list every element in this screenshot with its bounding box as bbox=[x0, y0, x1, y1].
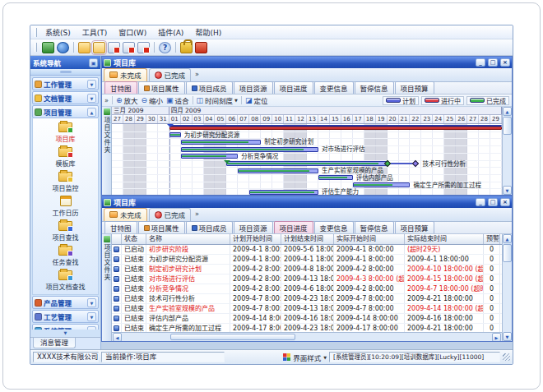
scroll-thumb[interactable] bbox=[503, 244, 512, 262]
column-header[interactable]: 计划开始时间 bbox=[230, 234, 281, 244]
sidebar-scroll-down-icon[interactable]: ▼ bbox=[30, 330, 100, 337]
help-icon[interactable] bbox=[159, 42, 171, 53]
chevron-up-icon[interactable]: ▲ bbox=[87, 108, 96, 117]
menu-item-2[interactable]: 工具(T) bbox=[77, 26, 114, 39]
tool-button[interactable]: ⊕放大 bbox=[116, 95, 138, 105]
tab[interactable]: 项目预算 bbox=[395, 81, 434, 94]
gantt-vscrollbar[interactable]: ▲ ▼ bbox=[502, 107, 512, 195]
scroll-up-icon[interactable]: ▲ bbox=[503, 234, 512, 243]
sidebar-options-icon[interactable]: ▣ bbox=[89, 58, 98, 67]
column-header[interactable]: 预警 bbox=[484, 234, 500, 244]
table-row[interactable]: 已结束生产实验室规模的产品2009-4-7 8:00:002009-4-13 1… bbox=[112, 304, 502, 314]
minimize-button[interactable]: _ bbox=[476, 58, 485, 67]
sidebar-section-4[interactable]: 产品管理▼ bbox=[32, 296, 99, 309]
chevron-down-icon[interactable]: ▼ bbox=[87, 94, 96, 103]
tool-button[interactable]: ◫时间刻度▼ bbox=[197, 95, 238, 105]
column-header[interactable]: 计划结束时间 bbox=[281, 234, 334, 244]
menu-grip[interactable] bbox=[35, 28, 37, 37]
sidebar-section-1[interactable]: 工作管理▼ bbox=[32, 77, 99, 90]
progress-titlebar[interactable]: 项目库 _ □ × bbox=[102, 196, 512, 208]
chevron-down-icon[interactable]: ▼ bbox=[87, 298, 96, 307]
task-bar[interactable] bbox=[353, 182, 411, 187]
gantt-side-tab[interactable]: 项目文件夹 bbox=[102, 107, 112, 195]
toolbar-grip[interactable] bbox=[35, 43, 37, 52]
tab[interactable]: 项目成员 bbox=[186, 221, 233, 233]
sidebar-section-5[interactable]: 工艺管理▼ bbox=[32, 310, 99, 323]
more-tools-icon[interactable]: » bbox=[104, 97, 109, 104]
task-bar[interactable] bbox=[238, 168, 318, 173]
column-header[interactable]: 实际开始时间 bbox=[334, 234, 405, 244]
table-row[interactable]: 已结束为初步研究分配资源2009-4-1 8:00:002009-4-1 18:… bbox=[112, 255, 502, 265]
tab[interactable]: 变更信息 bbox=[314, 221, 354, 233]
task-bar[interactable] bbox=[318, 175, 353, 180]
resize-grip[interactable] bbox=[503, 353, 510, 361]
column-header[interactable]: 名称 bbox=[146, 234, 230, 244]
tab[interactable]: 项目进度 bbox=[274, 221, 313, 233]
minimize-button[interactable]: _ bbox=[476, 198, 485, 206]
tab[interactable]: 项目成员 bbox=[186, 81, 233, 94]
folder-tab[interactable]: 已完成 bbox=[149, 68, 192, 81]
progress-side-tab[interactable]: 项目文件夹 bbox=[102, 234, 112, 341]
table-row[interactable]: 已结束对市场进行评估2009-4-2 8:00:002009-4-13 18:0… bbox=[112, 274, 502, 284]
menu-item-4[interactable]: 插件(A) bbox=[152, 26, 189, 39]
tab-message-management[interactable]: 消息管理 bbox=[33, 338, 76, 348]
sidebar-item[interactable]: 项目文档查找 bbox=[33, 268, 98, 293]
column-header[interactable]: 状态 bbox=[122, 234, 146, 244]
sidebar-item[interactable]: 项目库 bbox=[33, 120, 98, 145]
task-bar[interactable] bbox=[181, 154, 239, 159]
scroll-thumb[interactable] bbox=[503, 117, 512, 135]
maximize-button[interactable]: □ bbox=[488, 198, 498, 206]
scroll-down-icon[interactable]: ▼ bbox=[503, 186, 512, 195]
table-hscrollbar[interactable]: ◀ ▶ bbox=[112, 332, 502, 341]
maximize-button[interactable]: □ bbox=[488, 58, 498, 67]
tab[interactable]: 暂停信息 bbox=[355, 221, 394, 233]
sidebar-collapse-strip[interactable] bbox=[30, 69, 100, 76]
tab[interactable]: 甘特图 bbox=[104, 81, 137, 94]
scroll-down-icon[interactable]: ▼ bbox=[503, 332, 512, 341]
table-row[interactable]: 已结束评估内部产品2009-4-14 8:00:002009-4-16 18:0… bbox=[112, 314, 502, 324]
tab[interactable]: 项目属性 bbox=[138, 81, 185, 94]
tab[interactable]: 甘特图 bbox=[104, 221, 137, 233]
tool-button[interactable]: ▣适合 bbox=[166, 95, 189, 105]
table-row[interactable]: 已结束确定生产所需的加工过程2009-4-17 8:00:002009-4-23… bbox=[112, 324, 502, 332]
chevron-down-icon[interactable]: ▼ bbox=[87, 80, 96, 89]
sidebar-item[interactable]: 项目监控 bbox=[33, 169, 98, 194]
sidebar-section-6[interactable]: 系统管理▼ bbox=[32, 324, 99, 330]
tool-button[interactable]: ◪定位 bbox=[245, 95, 268, 105]
tab[interactable]: 项目预算 bbox=[395, 221, 434, 233]
gantt-titlebar[interactable]: 项目库 _ □ × bbox=[102, 57, 512, 68]
table-row[interactable]: 已结束分析竞争情况2009-4-2 8:00:002009-4-6 18:00:… bbox=[112, 284, 502, 294]
globe-icon[interactable] bbox=[57, 42, 69, 53]
chevron-down-icon[interactable]: ▼ bbox=[87, 312, 96, 321]
exit-icon[interactable] bbox=[195, 42, 207, 53]
folder-tab[interactable]: 已完成 bbox=[149, 208, 192, 221]
task-bar[interactable] bbox=[181, 147, 318, 152]
table-row[interactable]: 已启动初步研究阶段2009-4-1 8:00:002009-5-6 18:00:… bbox=[112, 245, 502, 255]
table-row[interactable]: 已结束技术可行性分析2009-4-7 8:00:002009-4-23 18:0… bbox=[112, 294, 502, 304]
task-bar[interactable] bbox=[169, 132, 181, 137]
table-row[interactable]: 已结束制定初步研究计划2009-4-2 8:00:002009-4-8 18:0… bbox=[112, 265, 502, 274]
folder-tab[interactable]: 未完成 bbox=[104, 68, 147, 81]
form-grid-icon[interactable] bbox=[123, 42, 135, 53]
form-list-icon[interactable] bbox=[108, 42, 120, 53]
tool-button[interactable]: ⊖缩小 bbox=[141, 95, 163, 105]
column-header[interactable]: 实际结束时间 bbox=[405, 234, 484, 244]
sidebar-item[interactable]: 模板库 bbox=[33, 145, 98, 169]
close-button[interactable]: × bbox=[500, 198, 510, 206]
menu-item-5[interactable]: 帮助(H) bbox=[189, 26, 227, 39]
tab[interactable]: 暂停信息 bbox=[355, 81, 394, 94]
scroll-right-icon[interactable]: ▶ bbox=[492, 333, 501, 342]
task-bar[interactable] bbox=[181, 140, 262, 145]
sidebar-item[interactable]: 工作日历 bbox=[33, 194, 98, 219]
summary-bar[interactable] bbox=[169, 125, 502, 130]
style-selector[interactable]: 界面样式 ▼ bbox=[293, 353, 327, 362]
tab[interactable]: 变更信息 bbox=[314, 81, 354, 94]
tab[interactable]: 项目资源 bbox=[234, 221, 273, 233]
folder-window-icon[interactable] bbox=[93, 42, 105, 53]
tab[interactable]: 项目进度 bbox=[274, 81, 313, 94]
folder-tab[interactable]: 未完成 bbox=[104, 208, 147, 221]
sidebar-item[interactable]: 项目查找 bbox=[33, 219, 98, 243]
tab[interactable]: 项目属性 bbox=[138, 221, 185, 233]
desktop-icon[interactable] bbox=[42, 42, 54, 53]
menu-item-3[interactable]: 窗口(W) bbox=[113, 26, 152, 39]
